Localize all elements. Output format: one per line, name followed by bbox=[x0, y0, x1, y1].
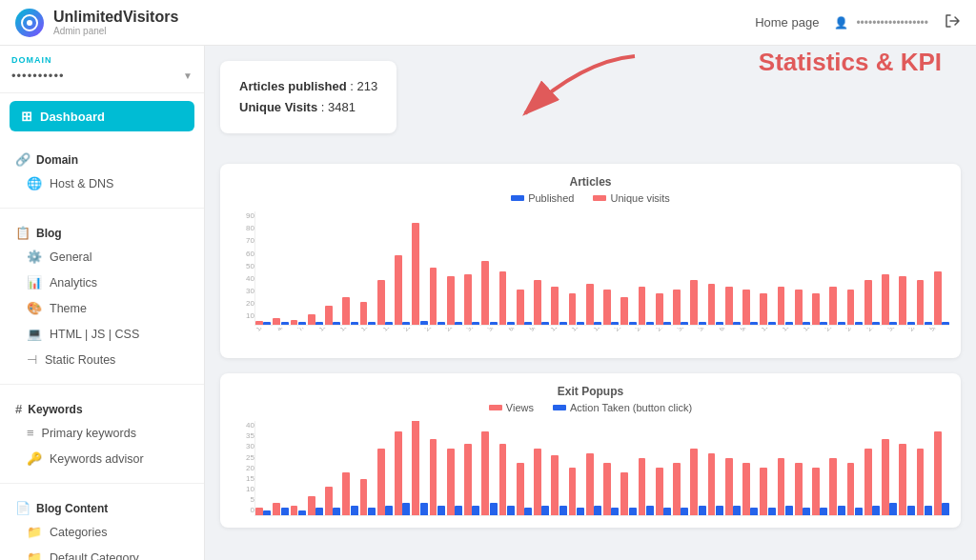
bar-group2-16 bbox=[534, 449, 549, 515]
bar-red bbox=[430, 268, 437, 325]
gear-icon: ⚙️ bbox=[27, 250, 42, 264]
dashboard-button[interactable]: ⊞ Dashboard bbox=[10, 101, 194, 131]
bar-group2-38 bbox=[917, 449, 932, 515]
bar-red bbox=[847, 290, 855, 325]
section-title-keywords: # Keywords bbox=[0, 396, 204, 420]
visits-stat: Unique Visits : 3481 bbox=[239, 97, 377, 118]
nav-item-primary-keywords[interactable]: ≡ Primary keywords bbox=[0, 420, 204, 446]
articles-value: 213 bbox=[357, 79, 378, 93]
bar-blue bbox=[785, 322, 793, 325]
nav-item-general[interactable]: ⚙️ General bbox=[0, 244, 204, 270]
bar-group-17 bbox=[551, 287, 566, 325]
bar-group-14 bbox=[499, 271, 515, 325]
logo-icon bbox=[15, 9, 44, 37]
bar-group-34 bbox=[847, 290, 863, 325]
bar-red bbox=[517, 290, 524, 325]
globe-icon: 🌐 bbox=[27, 176, 42, 190]
list-icon: ≡ bbox=[27, 426, 34, 440]
nav-item-analytics[interactable]: 📊 Analytics bbox=[0, 270, 204, 295]
nav-item-html-js-css[interactable]: 💻 HTML | JS | CSS bbox=[0, 321, 204, 347]
section-keywords-label: Keywords bbox=[28, 403, 82, 416]
bar-red2 bbox=[499, 444, 507, 515]
legend-blue-dot bbox=[511, 195, 524, 201]
content-icon: 📄 bbox=[15, 501, 30, 515]
section-blog-content-label: Blog Content bbox=[36, 502, 108, 515]
svg-point-1 bbox=[27, 20, 32, 26]
domain-select[interactable]: •••••••••• ▼ bbox=[11, 69, 193, 83]
y2-30: 30 bbox=[232, 442, 254, 450]
nav-item-static-routes[interactable]: ⊣ Static Routes bbox=[0, 347, 204, 372]
bar-group2-32 bbox=[812, 468, 827, 515]
legend-visits-label: Unique visits bbox=[610, 192, 669, 204]
bar-group2-1 bbox=[273, 503, 288, 515]
articles-label: Articles published bbox=[239, 79, 347, 93]
bar-group-5 bbox=[342, 297, 357, 325]
kpi-title: Statistics & KPI bbox=[759, 48, 942, 77]
bar-group2-35 bbox=[864, 449, 880, 515]
chart-articles: Articles Published Unique visits 90 80 7… bbox=[220, 164, 961, 358]
nav-item-theme[interactable]: 🎨 Theme bbox=[0, 295, 204, 321]
user-dots: •••••••••••••••••• bbox=[856, 16, 928, 30]
y2-10: 10 bbox=[232, 485, 254, 493]
arrow-indicator bbox=[487, 51, 640, 130]
main-content: Articles published : 213 Unique Visits :… bbox=[205, 46, 976, 560]
nav-item-categories[interactable]: 📁 Categories bbox=[0, 519, 204, 545]
nav-item-keywords-advisor[interactable]: 🔑 Keywords advisor bbox=[0, 446, 204, 471]
chart1-bars bbox=[254, 211, 949, 326]
bar-blue bbox=[855, 322, 863, 325]
bar-group2-31 bbox=[795, 463, 810, 515]
bar-red2 bbox=[360, 479, 368, 515]
domain-section: DOMAIN •••••••••• ▼ bbox=[0, 46, 204, 93]
bar-group-0 bbox=[255, 321, 271, 325]
bar-red2 bbox=[586, 453, 594, 515]
chart2-bars-area bbox=[254, 421, 949, 516]
bar-red bbox=[481, 261, 489, 325]
bar-group-7 bbox=[377, 280, 393, 325]
user-avatar-icon: 👤 bbox=[834, 16, 848, 30]
legend-views: Views bbox=[489, 402, 534, 413]
y-label-90: 90 bbox=[232, 211, 254, 220]
x-label-32: 5/08/24 bbox=[928, 328, 949, 341]
chart2-legend: Views Action Taken (button click) bbox=[232, 402, 949, 413]
nav-section-blog-content: 📄 Blog Content 📁 Categories 📁 Default Ca… bbox=[0, 488, 204, 560]
visits-value: 3481 bbox=[328, 100, 356, 114]
bar-blue bbox=[315, 322, 323, 325]
bar-blue bbox=[925, 322, 932, 325]
nav-item-default-category[interactable]: 📁 Default Category bbox=[0, 545, 204, 560]
bar-red2 bbox=[464, 444, 472, 515]
bar-red bbox=[499, 271, 507, 325]
top-row: Articles published : 213 Unique Visits :… bbox=[220, 61, 961, 149]
bar-group2-22 bbox=[639, 458, 654, 515]
bar-blue bbox=[507, 322, 515, 325]
chart2-y-axis: 40 35 30 25 20 15 10 5 0 bbox=[232, 421, 254, 516]
bar-blue2 bbox=[820, 508, 827, 515]
bar-red bbox=[447, 276, 455, 325]
bar-group2-19 bbox=[586, 453, 601, 515]
home-page-link[interactable]: Home page bbox=[755, 15, 819, 30]
bar-red bbox=[586, 284, 594, 325]
y-label-20: 20 bbox=[232, 299, 254, 308]
nav-item-host-dns[interactable]: 🌐 Host & DNS bbox=[0, 170, 204, 196]
sidebar: DOMAIN •••••••••• ▼ ⊞ Dashboard 🔗 Domain… bbox=[0, 46, 205, 560]
bar-group-8 bbox=[395, 255, 410, 325]
domain-label: DOMAIN bbox=[11, 55, 193, 65]
bar-blue2 bbox=[750, 508, 758, 515]
bar-blue2 bbox=[490, 503, 498, 515]
bar-blue2 bbox=[838, 506, 845, 515]
bar-blue2 bbox=[855, 508, 863, 515]
bar-blue bbox=[803, 322, 810, 325]
bar-group2-15 bbox=[517, 463, 532, 515]
bar-red2 bbox=[882, 439, 889, 515]
bar-red bbox=[708, 284, 716, 325]
bar-blue2 bbox=[889, 503, 897, 515]
bar-group-37 bbox=[899, 276, 914, 325]
y-label-70: 70 bbox=[232, 236, 254, 245]
legend-published-label: Published bbox=[528, 192, 574, 204]
nav-section-domain: 🔗 Domain 🌐 Host & DNS bbox=[0, 139, 204, 204]
logout-icon[interactable] bbox=[944, 12, 961, 33]
chart-exit-popups: Exit Popups Views Action Taken (button c… bbox=[220, 373, 961, 528]
legend-action-label: Action Taken (button click) bbox=[570, 402, 692, 413]
nav-label-host-dns: Host & DNS bbox=[50, 177, 113, 190]
bar-group2-14 bbox=[499, 444, 515, 515]
bar-red2 bbox=[569, 468, 577, 515]
